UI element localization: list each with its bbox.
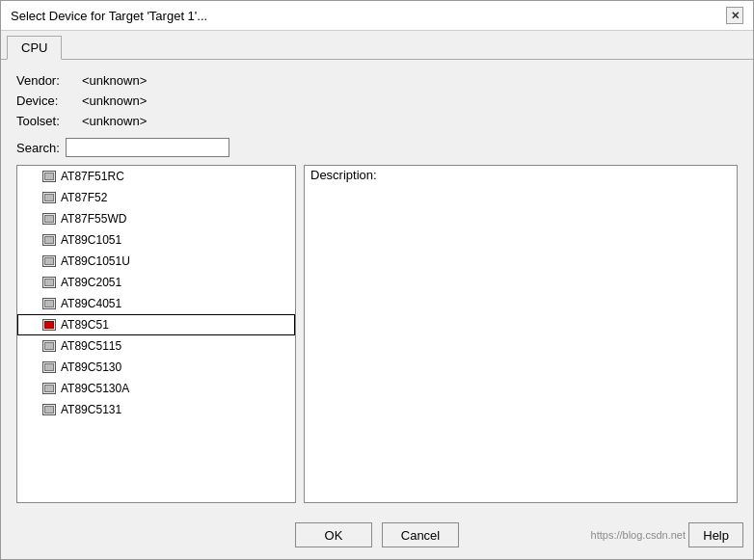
search-row: Search:	[16, 138, 738, 157]
device-name: AT89C5131	[61, 403, 121, 416]
device-label: Device:	[16, 93, 74, 108]
device-name: AT89C2051	[61, 276, 121, 289]
chip-icon	[41, 339, 57, 353]
chip-icon	[41, 212, 57, 226]
list-item[interactable]: AT89C2051	[17, 272, 295, 293]
chip-icon	[41, 360, 57, 374]
title-bar: Select Device for Target 'Target 1'... ✕	[1, 1, 753, 31]
chip-icon	[41, 318, 57, 332]
toolset-label: Toolset:	[16, 114, 74, 128]
vendor-value: <unknown>	[82, 73, 147, 88]
list-item[interactable]: AT89C5130	[17, 357, 295, 378]
dialog-title: Select Device for Target 'Target 1'...	[11, 9, 207, 23]
chip-icon	[41, 254, 57, 268]
description-label: Description:	[305, 166, 383, 184]
chip-icon	[41, 233, 57, 247]
device-list-container: AT87F51RCAT87F52AT87F55WDAT89C1051AT89C1…	[16, 165, 296, 503]
chip-icon	[41, 382, 57, 395]
list-item[interactable]: AT87F55WD	[17, 208, 295, 229]
list-item[interactable]: AT89C4051	[17, 293, 295, 314]
watermark: https://blog.csdn.net	[591, 529, 686, 541]
toolset-row: Toolset: <unknown>	[16, 114, 738, 128]
vendor-row: Vendor: <unknown>	[16, 73, 738, 88]
main-area: AT87F51RCAT87F52AT87F55WDAT89C1051AT89C1…	[16, 165, 738, 503]
list-item[interactable]: AT89C1051U	[17, 251, 295, 272]
description-header-row: Description:	[305, 166, 737, 184]
close-button[interactable]: ✕	[726, 7, 743, 24]
device-name: AT89C5130A	[61, 382, 129, 395]
chip-icon	[41, 170, 57, 183]
chip-icon	[41, 191, 57, 204]
device-name: AT89C1051U	[61, 254, 130, 268]
device-name: AT89C5115	[61, 339, 121, 353]
tab-cpu[interactable]: CPU	[7, 36, 62, 60]
tab-bar: CPU	[1, 31, 753, 60]
device-name: AT89C5130	[61, 360, 121, 374]
list-item[interactable]: AT89C5115	[17, 335, 295, 357]
device-name: AT87F51RC	[61, 170, 124, 183]
description-content[interactable]	[305, 188, 737, 502]
device-name: AT89C4051	[61, 297, 121, 310]
ok-button[interactable]: OK	[295, 522, 372, 547]
device-row: Device: <unknown>	[16, 93, 738, 108]
list-item[interactable]: AT87F51RC	[17, 166, 295, 187]
list-item[interactable]: AT87F52	[17, 187, 295, 208]
device-name: AT89C1051	[61, 233, 121, 247]
list-item[interactable]: AT89C1051	[17, 229, 295, 251]
toolset-value: <unknown>	[82, 114, 147, 128]
search-label: Search:	[16, 141, 60, 155]
content-area: Vendor: <unknown> Device: <unknown> Tool…	[1, 60, 753, 513]
chip-icon	[41, 297, 57, 310]
help-button[interactable]: Help	[688, 522, 743, 547]
dialog: Select Device for Target 'Target 1'... ✕…	[0, 0, 754, 560]
device-value: <unknown>	[82, 93, 147, 108]
button-row: OK Cancel https://blog.csdn.net Help	[1, 513, 753, 559]
list-item[interactable]: AT89C51	[17, 314, 295, 335]
list-item[interactable]: AT89C5131	[17, 399, 295, 420]
cancel-button[interactable]: Cancel	[382, 522, 459, 547]
chip-icon	[41, 403, 57, 416]
device-name: AT87F55WD	[61, 212, 126, 226]
device-name: AT89C51	[61, 318, 109, 332]
description-container: Description:	[304, 165, 738, 503]
chip-icon	[41, 276, 57, 289]
device-name: AT87F52	[61, 191, 107, 204]
search-input[interactable]	[66, 138, 229, 157]
list-item[interactable]: AT89C5130A	[17, 378, 295, 399]
vendor-label: Vendor:	[16, 73, 74, 88]
device-list[interactable]: AT87F51RCAT87F52AT87F55WDAT89C1051AT89C1…	[17, 166, 295, 502]
